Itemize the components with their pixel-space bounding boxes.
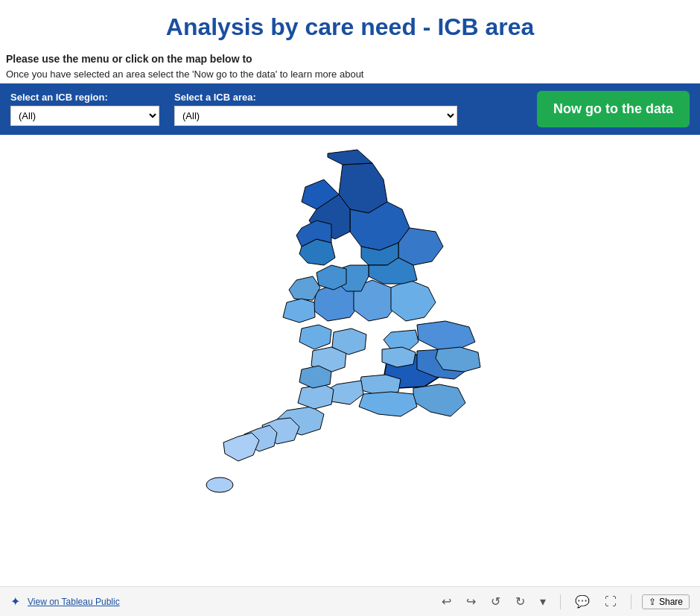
undo2-button[interactable]: ↺	[487, 593, 504, 610]
redo-button[interactable]: ↪	[462, 593, 480, 610]
controls-bar: Select an ICB region: (All) Select a ICB…	[0, 83, 700, 135]
undo-button[interactable]: ↩	[438, 593, 455, 610]
map-container	[0, 135, 700, 574]
fullscreen-button[interactable]: ⛶	[601, 594, 620, 610]
instruction-block: Please use the menu or click on the map …	[0, 48, 700, 83]
share-button[interactable]: ⇪ Share	[642, 594, 690, 609]
area-select[interactable]: (All)	[174, 106, 457, 126]
instruction-line2: Once you have selected an area select th…	[6, 67, 694, 82]
footer-bar: ✦ View on Tableau Public ↩ ↪ ↺ ↻ ▾ 💬 ⛶ ⇪…	[0, 586, 700, 616]
footer-divider2	[631, 594, 631, 609]
footer-divider	[560, 594, 561, 609]
area-label: Select a ICB area:	[174, 92, 457, 103]
region-control-group: Select an ICB region: (All)	[10, 92, 159, 126]
share-label: Share	[659, 597, 683, 607]
svg-point-0	[206, 477, 233, 492]
go-to-data-button[interactable]: Now go to the data	[537, 91, 690, 127]
more-options-button[interactable]: ▾	[536, 593, 550, 610]
share-icon: ⇪	[649, 597, 656, 607]
page-title: Analysis by care need - ICB area	[0, 0, 700, 48]
tableau-icon: ✦	[10, 594, 20, 609]
region-select[interactable]: (All)	[10, 106, 159, 126]
instruction-line1: Please use the menu or click on the map …	[6, 51, 694, 67]
area-control-group: Select a ICB area: (All)	[174, 92, 457, 126]
footer-tableau-label[interactable]: View on Tableau Public	[28, 597, 120, 607]
redo2-button[interactable]: ↻	[512, 593, 529, 610]
england-map[interactable]	[171, 142, 529, 574]
comment-button[interactable]: 💬	[571, 593, 594, 610]
region-label: Select an ICB region:	[10, 92, 159, 103]
